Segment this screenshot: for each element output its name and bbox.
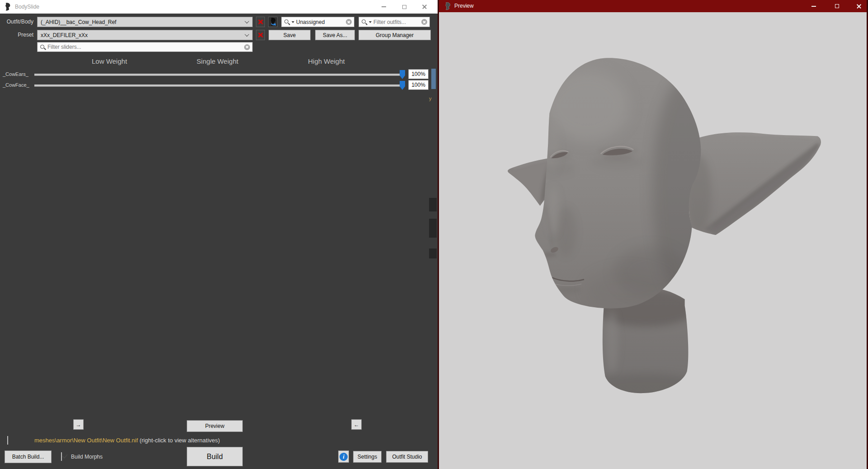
minimize-icon [811,6,816,7]
collapse-left-button[interactable]: ← [351,419,362,430]
preset-combobox-value: xXx_DEFILER_xXx [41,32,246,38]
search-icon [40,44,46,50]
clear-icon[interactable] [346,19,352,25]
info-icon: i [340,453,348,461]
filter-dropdown-icon[interactable] [369,21,372,23]
clear-icon[interactable] [244,44,250,50]
save-as-button[interactable]: Save As... [315,30,355,40]
build-button[interactable]: Build [187,447,243,466]
preview-close-button[interactable] [850,0,868,12]
column-single-weight: Single Weight [197,57,238,65]
build-morphs-checkbox[interactable] [61,452,62,461]
search-icon [284,19,290,25]
batch-build-button[interactable]: Batch Build... [5,450,52,463]
minimize-button[interactable] [376,0,392,14]
red-x-icon [258,32,264,38]
outfit-filter-input[interactable] [373,19,420,25]
group-manager-button[interactable]: Group Manager [359,30,431,40]
slider-value-box[interactable]: 100% [408,80,429,90]
close-icon [856,4,862,9]
slider-track[interactable] [34,84,404,86]
slider-handle[interactable] [400,81,405,90]
slider-value-box[interactable]: 100% [408,69,429,79]
slider-filter-box [37,42,253,52]
outfit-studio-button[interactable]: Outfit Studio [386,451,428,463]
background-window-artifact [429,198,437,211]
output-path-checkbox[interactable] [7,436,8,445]
collapse-right-button[interactable]: → [73,419,84,430]
background-window-artifact [429,249,437,258]
output-path-row: meshes\armor\New Outfit\New Outfit.nif (… [34,437,220,444]
column-low-weight: Low Weight [92,57,127,65]
search-icon [361,19,367,25]
preset-label: Preset [0,30,33,40]
maximize-icon [402,5,406,9]
background-window-artifact [429,219,437,238]
preview-button[interactable]: Preview [187,420,243,432]
preview-3d-head [439,12,867,469]
preview-maximize-button[interactable] [828,0,846,12]
screen: BodySlide Outfit/Body (_AHID)__bac_Cow_H… [0,0,868,469]
info-button[interactable]: i [338,450,349,463]
outfit-filter-box [359,17,430,27]
group-filter-box [281,17,354,27]
build-morphs-label: Build Morphs [71,454,103,460]
column-high-weight: High Weight [308,57,344,65]
maximize-button[interactable] [396,0,412,14]
bodyslide-logo-icon [4,3,11,11]
bodyslide-window: BodySlide Outfit/Body (_AHID)__bac_Cow_H… [0,0,438,469]
slider-track[interactable] [34,74,404,75]
preview-titlebar[interactable]: Preview [439,0,867,12]
red-x-icon [258,19,264,25]
background-artifact-text: y [429,96,432,101]
clear-icon[interactable] [421,19,427,25]
bodyslide-arrow-icon [269,18,276,26]
slider-label-cowears: _CowEars_ [3,71,28,77]
filter-dropdown-icon[interactable] [292,21,294,23]
background-window-artifact [431,69,436,89]
maximize-icon [835,4,839,8]
outfit-body-label: Outfit/Body [0,17,33,27]
slider-handle[interactable] [400,70,405,79]
bodyslide-titlebar[interactable]: BodySlide [0,0,438,14]
window-title: BodySlide [15,0,39,14]
settings-button[interactable]: Settings [353,451,382,463]
group-filter-input[interactable] [296,19,344,25]
preset-combobox[interactable]: xXx_DEFILER_xXx [37,30,253,40]
bodyslide-logo-icon [444,2,451,10]
delete-outfit-button[interactable] [256,17,265,27]
output-path-text[interactable]: meshes\armor\New Outfit\New Outfit.nif [34,437,138,444]
delete-preset-button[interactable] [256,30,265,40]
preview-window: Preview [438,0,868,469]
slider-filter-input[interactable] [47,44,242,50]
load-reference-button[interactable] [268,17,278,27]
outfit-combobox-value: (_AHID)__bac_Cow_Head_Ref [41,19,246,25]
output-path-hint: (right-click to view alternatives) [140,437,220,444]
save-button[interactable]: Save [269,30,311,40]
preview-3d-viewport[interactable] [439,12,867,469]
outfit-combobox[interactable]: (_AHID)__bac_Cow_Head_Ref [37,17,253,27]
preview-window-title: Preview [454,0,474,12]
close-icon [422,4,427,9]
preview-minimize-button[interactable] [805,0,823,12]
minimize-icon [382,6,386,7]
slider-label-cowface: _CowFace_ [3,82,29,88]
close-button[interactable] [417,0,432,14]
